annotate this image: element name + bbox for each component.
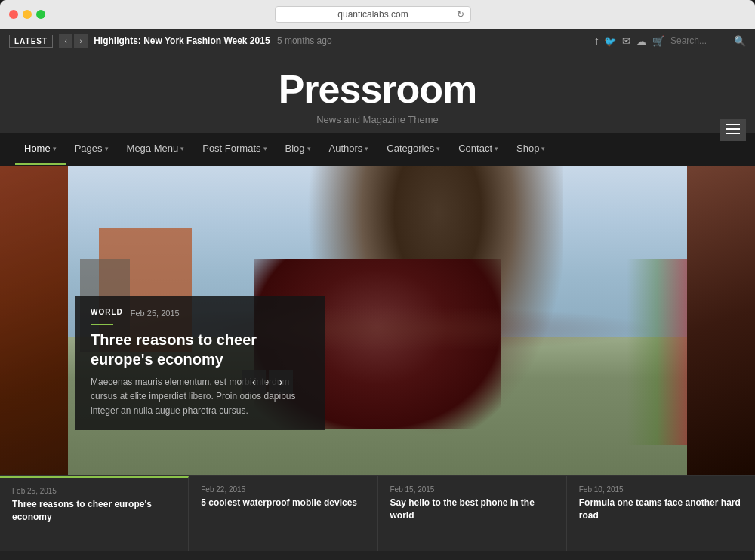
bottom-card-2[interactable]: Feb 15, 2015 Say hello to the best phone…	[378, 476, 567, 551]
svg-rect-2	[726, 133, 740, 134]
nav-item-pages[interactable]: Pages ▾	[66, 134, 118, 165]
card-title-0: Three reasons to cheer europe's economy	[12, 498, 176, 524]
chevron-down-icon: ▾	[495, 145, 498, 152]
hero-nav-buttons: ‹ ›	[242, 370, 293, 394]
address-bar: quanticalabs.com ↻	[76, 6, 670, 23]
ticker-headline: Highlights: New York Fashion Week 2015	[94, 35, 270, 46]
social-icons: f 🐦 ✉ ☁ 🛒	[595, 35, 664, 47]
latest-posts-section: Latest Posts	[0, 551, 378, 560]
hero-section: WORLD Feb 25, 2015 Three reasons to chee…	[0, 166, 755, 475]
twitter-icon[interactable]: 🐦	[604, 35, 616, 47]
nav-item-categories[interactable]: Categories ▾	[378, 134, 449, 165]
bottom-card-3[interactable]: Feb 10, 2015 Formula one teams face anot…	[567, 476, 755, 551]
hero-category: WORLD	[91, 308, 123, 316]
bottom-card-1[interactable]: Feb 22, 2015 5 coolest waterproof mobile…	[189, 476, 378, 551]
menu-toggle-button[interactable]	[720, 119, 746, 141]
hero-side-right	[687, 166, 755, 475]
recent-posts-section: Recent Posts	[378, 551, 755, 560]
nav-item-home[interactable]: Home ▾	[15, 134, 66, 165]
nav-item-shop[interactable]: Shop ▾	[507, 134, 554, 165]
traffic-lights	[9, 10, 45, 19]
latest-badge: LATEST	[9, 35, 53, 48]
hero-title: Three reasons to cheer europe's economy	[91, 330, 310, 369]
ticker-time: 5 months ago	[277, 35, 332, 46]
ticker-prev-button[interactable]: ‹	[59, 34, 72, 48]
bottom-strip: Latest Posts Recent Posts	[0, 551, 755, 560]
svg-rect-1	[726, 128, 740, 130]
facebook-icon[interactable]: f	[595, 35, 598, 47]
search-icon[interactable]: 🔍	[734, 35, 746, 47]
nav-item-post-formats[interactable]: Post Formats ▾	[193, 134, 276, 165]
bottom-cards: Feb 25, 2015 Three reasons to cheer euro…	[0, 475, 755, 551]
minimize-button[interactable]	[23, 10, 32, 19]
ticker-next-button[interactable]: ›	[74, 34, 88, 48]
maximize-button[interactable]	[36, 10, 45, 19]
cloud-icon[interactable]: ☁	[636, 35, 646, 47]
url-text: quanticalabs.com	[337, 9, 408, 20]
search-bar[interactable]: 🔍	[670, 35, 746, 47]
nav-item-mega-menu[interactable]: Mega Menu ▾	[118, 134, 194, 165]
hero-next-button[interactable]: ›	[269, 370, 293, 394]
chevron-down-icon: ▾	[541, 145, 545, 152]
card-title-2: Say hello to the best phone in the world	[390, 497, 554, 522]
chevron-down-icon: ▾	[105, 145, 109, 152]
site-title: Pressroom	[0, 68, 755, 111]
site-header: Pressroom News and Magazine Theme	[0, 53, 755, 133]
ticker-navigation[interactable]: ‹ ›	[59, 34, 88, 48]
site-subtitle: News and Magazine Theme	[0, 114, 755, 125]
search-input[interactable]	[670, 35, 731, 46]
bottom-card-0[interactable]: Feb 25, 2015 Three reasons to cheer euro…	[0, 476, 189, 551]
hero-overlay: WORLD Feb 25, 2015 Three reasons to chee…	[76, 296, 325, 431]
card-date-1: Feb 22, 2015	[201, 485, 365, 494]
hero-date: Feb 25, 2015	[131, 309, 180, 318]
nav-item-blog[interactable]: Blog ▾	[276, 134, 320, 165]
card-title-3: Formula one teams face another hard road	[579, 497, 743, 522]
email-icon[interactable]: ✉	[622, 35, 630, 47]
main-navigation: Home ▾ Pages ▾ Mega Menu ▾ Post Formats …	[0, 133, 755, 166]
hero-prev-button[interactable]: ‹	[242, 370, 266, 394]
chevron-down-icon: ▾	[180, 145, 184, 152]
card-date-3: Feb 10, 2015	[579, 485, 743, 494]
chevron-down-icon: ▾	[53, 145, 57, 152]
chevron-down-icon: ▾	[263, 145, 267, 152]
cart-icon[interactable]: 🛒	[652, 35, 664, 47]
card-date-2: Feb 15, 2015	[390, 485, 554, 494]
nav-item-authors[interactable]: Authors ▾	[320, 134, 378, 165]
nav-item-contact[interactable]: Contact ▾	[449, 134, 507, 165]
chevron-down-icon: ▾	[436, 145, 440, 152]
ticker-bar: LATEST ‹ › Highlights: New York Fashion …	[0, 29, 755, 53]
hero-divider	[91, 324, 113, 325]
close-button[interactable]	[9, 10, 18, 19]
chevron-down-icon: ▾	[365, 145, 368, 152]
card-date-0: Feb 25, 2015	[12, 487, 176, 495]
card-title-1: 5 coolest waterproof mobile devices	[201, 497, 365, 509]
svg-rect-0	[726, 124, 740, 125]
reload-icon[interactable]: ↻	[457, 9, 464, 20]
hero-side-left	[0, 166, 68, 475]
ticker-text: Highlights: New York Fashion Week 2015 5…	[94, 35, 589, 46]
chevron-down-icon: ▾	[307, 145, 311, 152]
